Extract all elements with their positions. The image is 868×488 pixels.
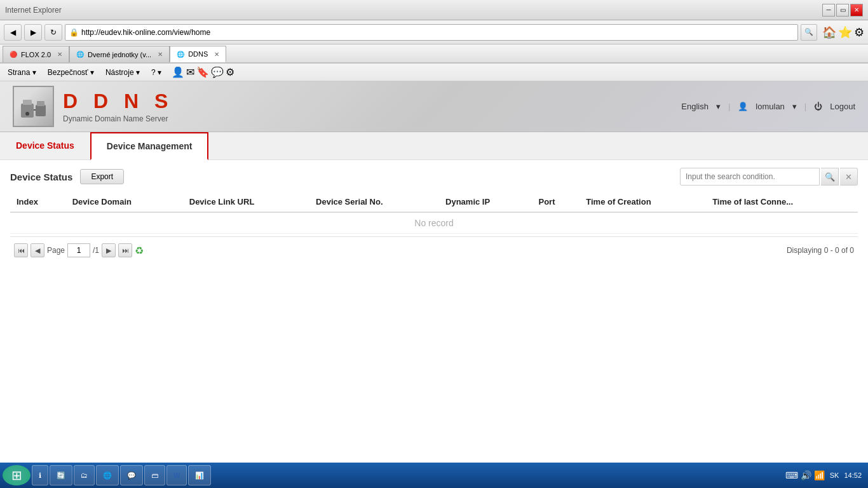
logout-button[interactable]: Logout	[830, 102, 855, 111]
app-logo: D D N S Dynamic Domain Name Server	[13, 86, 173, 127]
device-status-table: Index Device Domain Device Link URL Devi…	[10, 192, 858, 234]
app-title: D D N S	[63, 90, 173, 113]
tab-device-management[interactable]: Device Management	[90, 132, 209, 160]
tab-device-management-label: Device Management	[107, 141, 193, 151]
refresh-nav-button[interactable]: ↻	[44, 24, 62, 41]
export-button[interactable]: Export	[80, 169, 124, 184]
menu-bar: Strana ▾ Bezpečnosť ▾ Nástroje ▾ ? ▾ 👤 ✉…	[0, 64, 868, 81]
pagination-refresh-button[interactable]: ♻	[135, 245, 144, 257]
next-page-button[interactable]: ▶	[102, 243, 116, 257]
content-title: Device Status	[10, 172, 72, 182]
last-page-button[interactable]: ⏭	[118, 243, 132, 257]
close-button[interactable]: ✕	[850, 4, 863, 17]
svg-rect-4	[37, 101, 44, 106]
address-bar-wrap: 🔒	[65, 24, 798, 41]
user-profile-icon: 👤	[738, 102, 748, 111]
pagination: ⏮ ◀ Page /1 ▶ ⏭ ♻ Displaying 0 - 0 of 0	[10, 236, 858, 264]
clear-search-button[interactable]: ✕	[840, 168, 858, 186]
displaying-text: Displaying 0 - 0 of 0	[787, 246, 854, 255]
dvernejed-tab-label: Dverné jednotky (v...	[88, 51, 151, 58]
col-time-of-creation: Time of Creation	[580, 192, 706, 212]
titlebar-left: Internet Explorer	[5, 6, 62, 15]
main-content: Device Status Export 🔍 ✕ Index Device Do…	[0, 160, 868, 271]
menu-help[interactable]: ? ▾	[146, 66, 166, 79]
header-right: English ▾ | 👤 lomulan ▾ | ⏻ Logout	[681, 102, 855, 111]
col-device-link-url: Device Link URL	[183, 192, 309, 212]
svg-rect-1	[23, 100, 32, 105]
skype-icon[interactable]: 💬	[211, 66, 224, 78]
minimize-button[interactable]: ─	[822, 4, 835, 17]
mail-icon[interactable]: ✉	[186, 66, 194, 78]
address-input[interactable]	[81, 28, 794, 37]
dvernejed-tab-close[interactable]: ✕	[158, 51, 163, 58]
search-area: 🔍 ✕	[680, 168, 858, 186]
header-sep1: |	[728, 102, 730, 111]
browser-tabs-bar: 🔴 FLOX 2.0 ✕ 🌐 Dverné jednotky (v... ✕ 🌐…	[0, 44, 868, 64]
star-icon[interactable]: ⭐	[838, 25, 852, 39]
restore-button[interactable]: ▭	[836, 4, 849, 17]
language-dropdown-icon[interactable]: ▾	[716, 102, 721, 111]
col-index: Index	[10, 192, 66, 212]
app-title-group: D D N S Dynamic Domain Name Server	[63, 90, 173, 123]
browser-tab-ddns[interactable]: 🌐 DDNS ✕	[170, 46, 226, 62]
username-label[interactable]: lomulan	[756, 102, 785, 111]
logo-image	[13, 86, 54, 127]
col-device-domain: Device Domain	[66, 192, 183, 212]
settings2-icon[interactable]: ⚙	[226, 66, 234, 78]
total-pages: /1	[93, 246, 99, 255]
toolbar-extras: 🏠 ⭐ ⚙	[822, 25, 864, 39]
browser-titlebar: Internet Explorer ─ ▭ ✕	[0, 0, 868, 20]
ddns-favicon: 🌐	[177, 51, 184, 58]
first-page-button[interactable]: ⏮	[14, 243, 28, 257]
menu-icons-group: 👤 ✉ 🔖 💬 ⚙	[172, 66, 234, 78]
flox-favicon: 🔴	[10, 51, 17, 58]
search-button[interactable]: 🔍	[821, 168, 839, 186]
browser-title: Internet Explorer	[5, 6, 62, 15]
ddns-tab-label: DDNS	[188, 50, 208, 58]
prev-page-button[interactable]: ◀	[31, 243, 44, 257]
content-header: Device Status Export 🔍 ✕	[10, 168, 858, 186]
content-title-area: Device Status Export	[10, 169, 124, 184]
page-number-input[interactable]	[67, 243, 90, 257]
tab-device-status-label: Device Status	[16, 140, 74, 151]
flox-tab-label: FLOX 2.0	[21, 51, 51, 58]
home-icon[interactable]: 🏠	[822, 25, 836, 39]
app-subtitle: Dynamic Domain Name Server	[63, 114, 173, 123]
bookmark-icon[interactable]: 🔖	[196, 66, 209, 78]
no-record-cell: No record	[10, 212, 858, 234]
col-device-serial-no: Device Serial No.	[309, 192, 439, 212]
browser-toolbar: ◀ ▶ ↻ 🔒 🔍 🏠 ⭐ ⚙	[0, 20, 868, 44]
page-label: Page	[47, 246, 65, 255]
search-input[interactable]	[680, 168, 820, 186]
browser-tab-flox[interactable]: 🔴 FLOX 2.0 ✕	[3, 46, 69, 62]
dvernejed-favicon: 🌐	[76, 51, 84, 58]
svg-point-2	[25, 112, 29, 116]
col-dynamic-ip: Dynamic IP	[439, 192, 532, 212]
nav-tabs: Device Status Device Management	[0, 132, 868, 160]
svg-rect-3	[36, 105, 46, 116]
language-selector[interactable]: English	[681, 102, 709, 111]
logout-icon: ⏻	[814, 102, 822, 111]
browser-tab-dvernejed[interactable]: 🌐 Dverné jednotky (v... ✕	[69, 46, 170, 62]
app-header: D D N S Dynamic Domain Name Server Engli…	[0, 81, 868, 132]
header-sep2: |	[804, 102, 806, 111]
menu-bezpecnost[interactable]: Bezpečnosť ▾	[43, 66, 99, 79]
col-time-of-last-conn: Time of last Conne...	[706, 192, 858, 212]
back-button[interactable]: ◀	[4, 24, 22, 41]
tab-device-status[interactable]: Device Status	[0, 132, 90, 159]
secure-icon: 🔒	[69, 28, 79, 37]
ddns-tab-close[interactable]: ✕	[214, 51, 219, 58]
pagination-left: ⏮ ◀ Page /1 ▶ ⏭ ♻	[14, 243, 144, 257]
menu-nastroje[interactable]: Nástroje ▾	[100, 66, 145, 79]
user-icon[interactable]: 👤	[172, 66, 184, 78]
menu-strana[interactable]: Strana ▾	[3, 66, 41, 79]
user-dropdown-icon[interactable]: ▾	[792, 102, 797, 111]
flox-tab-close[interactable]: ✕	[57, 51, 62, 58]
browser-search-button[interactable]: 🔍	[801, 24, 817, 41]
settings-icon[interactable]: ⚙	[854, 25, 864, 39]
forward-button[interactable]: ▶	[24, 24, 42, 41]
col-port: Port	[532, 192, 580, 212]
